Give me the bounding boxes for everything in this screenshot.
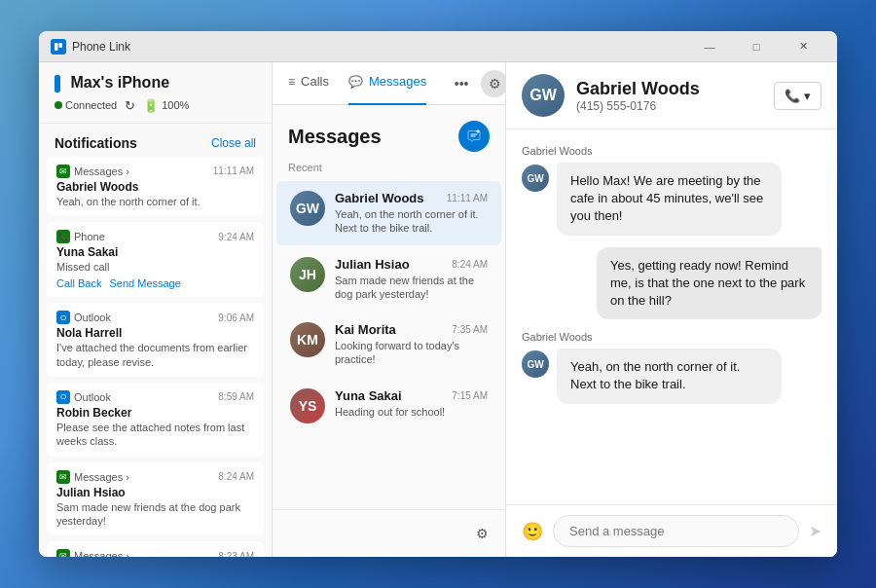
- message-group-received-2: Gabriel Woods GW Yeah, on the north corn…: [522, 331, 821, 403]
- window-controls: — □ ✕: [687, 33, 825, 60]
- sync-icon: ↻: [125, 98, 135, 113]
- conv-preview: Heading out for school!: [335, 405, 488, 419]
- svg-rect-1: [59, 43, 63, 48]
- conversation-item-yuna[interactable]: YS Yuna Sakai 7:15 AM Heading out for sc…: [276, 379, 501, 433]
- chat-input-area: 🙂 ➤: [506, 504, 837, 557]
- close-button[interactable]: ✕: [781, 33, 825, 60]
- device-name: Max's iPhone: [55, 74, 256, 92]
- notif-time: 11:11 AM: [213, 165, 254, 176]
- tab-calls[interactable]: ≡ Calls: [288, 62, 329, 105]
- conversation-item-gabriel[interactable]: GW Gabriel Woods 11:11 AM Yeah, on the n…: [276, 181, 501, 245]
- notif-text: I've attached the documents from earlier…: [56, 341, 254, 369]
- notif-time: 8:24 AM: [218, 471, 254, 482]
- notif-sender: Julian Hsiao: [56, 486, 254, 499]
- notif-time: 9:24 AM: [218, 232, 254, 242]
- notification-item[interactable]: ✉ Messages › 8:23 AM Julian Hsiao Thanks…: [47, 541, 264, 557]
- message-bubble-sent: Yes, getting ready now! Remind me, is th…: [597, 247, 821, 320]
- notif-sender: Robin Becker: [56, 406, 254, 420]
- notif-app-name: Messages ›: [74, 550, 129, 557]
- main-content: Max's iPhone Connected ↻ 🔋 100% Notifica…: [39, 62, 837, 557]
- conv-preview: Yeah, on the north corner of it. Next to…: [335, 207, 488, 236]
- chat-messages: Gabriel Woods GW Hello Max! We are meeti…: [506, 129, 837, 504]
- notifications-list: ✉ Messages › 11:11 AM Gabriel Woods Yeah…: [39, 157, 272, 557]
- maximize-button[interactable]: □: [734, 33, 779, 60]
- messages-app-icon: ✉: [56, 470, 70, 484]
- messages-app-icon: ✉: [56, 165, 70, 178]
- conv-name: Gabriel Woods: [335, 191, 424, 205]
- message-row-received: GW Hello Max! We are meeting by the cafe…: [522, 163, 821, 236]
- chat-contact-info: Gabriel Woods (415) 555-0176: [576, 79, 762, 113]
- send-message-button[interactable]: Send Message: [109, 277, 180, 289]
- chat-actions: 📞 ▾: [774, 82, 821, 110]
- phone-icon: 📞: [785, 89, 800, 103]
- messages-app-icon: ✉: [56, 549, 70, 557]
- notif-sender: Gabriel Woods: [56, 180, 254, 194]
- svg-rect-0: [55, 43, 58, 51]
- middle-footer: ⚙: [273, 509, 505, 557]
- conv-info: Kai Morita 7:35 AM Looking forward to to…: [335, 322, 488, 367]
- conv-preview: Sam made new friends at the dog park yes…: [335, 274, 488, 302]
- conversation-list: GW Gabriel Woods 11:11 AM Yeah, on the n…: [273, 181, 505, 509]
- settings-icon-button[interactable]: ⚙: [466, 518, 497, 549]
- call-button[interactable]: 📞 ▾: [774, 82, 821, 110]
- conversation-item-julian[interactable]: JH Julian Hsiao 8:24 AM Sam made new fri…: [276, 247, 501, 312]
- conv-name: Julian Hsiao: [335, 257, 410, 272]
- connection-dot: [55, 101, 62, 109]
- notif-text: Please see the attached notes from last …: [56, 421, 254, 449]
- recent-label: Recent: [273, 158, 505, 181]
- conv-time: 11:11 AM: [447, 193, 488, 203]
- notification-item[interactable]: 📞 Phone 9:24 AM Yuna Sakai Missed call C…: [47, 222, 264, 297]
- conv-info: Yuna Sakai 7:15 AM Heading out for schoo…: [335, 388, 488, 419]
- app-icon: [51, 39, 66, 55]
- tab-messages[interactable]: 💬 Messages: [348, 62, 426, 105]
- notif-actions: Call Back Send Message: [56, 277, 254, 289]
- conv-name: Kai Morita: [335, 322, 396, 337]
- message-bubble-received: Hello Max! We are meeting by the cafe in…: [557, 163, 782, 236]
- clear-all-button[interactable]: Close all: [211, 136, 256, 150]
- notif-app-name: Messages ›: [74, 165, 129, 177]
- send-button[interactable]: ➤: [809, 522, 821, 540]
- avatar-kai: KM: [290, 322, 325, 357]
- messages-tab-icon: 💬: [348, 75, 363, 89]
- conv-preview: Looking forward to today's practice!: [335, 339, 488, 367]
- chat-contact-avatar: GW: [522, 74, 565, 117]
- notif-sender: Yuna Sakai: [56, 245, 254, 259]
- app-window: Phone Link — □ ✕ Max's iPhone Connected: [39, 31, 837, 557]
- message-input[interactable]: [553, 515, 799, 547]
- connection-status: Connected: [55, 99, 117, 111]
- battery-status: 🔋 100%: [143, 98, 189, 113]
- new-message-button[interactable]: [458, 121, 490, 152]
- avatar-julian: JH: [290, 257, 325, 292]
- notification-item[interactable]: O Outlook 9:06 AM Nola Harrell I've atta…: [47, 303, 264, 377]
- message-sender-name: Gabriel Woods: [522, 331, 821, 343]
- notif-text: Yeah, on the north corner of it.: [56, 195, 254, 208]
- middle-panel: ≡ Calls 💬 Messages ••• ⚙ Messages: [273, 62, 506, 557]
- message-group-sent-1: Yes, getting ready now! Remind me, is th…: [522, 247, 821, 320]
- minimize-button[interactable]: —: [687, 33, 732, 60]
- message-row-sent: Yes, getting ready now! Remind me, is th…: [522, 247, 821, 320]
- message-group-received-1: Gabriel Woods GW Hello Max! We are meeti…: [522, 145, 821, 236]
- outlook-app-icon: O: [56, 311, 70, 324]
- chat-contact-name: Gabriel Woods: [576, 79, 762, 99]
- notif-time: 8:23 AM: [218, 551, 254, 557]
- messages-panel-header: Messages: [273, 105, 505, 158]
- avatar-yuna: YS: [290, 388, 325, 423]
- phone-app-icon: 📞: [56, 230, 70, 243]
- settings-button[interactable]: ⚙: [481, 70, 506, 97]
- more-options-button[interactable]: •••: [446, 68, 477, 99]
- call-dropdown-icon: ▾: [804, 89, 811, 103]
- conversation-item-kai[interactable]: KM Kai Morita 7:35 AM Looking forward to…: [276, 312, 501, 377]
- tab-bar: ≡ Calls 💬 Messages ••• ⚙: [273, 62, 505, 105]
- notification-item[interactable]: ✉ Messages › 11:11 AM Gabriel Woods Yeah…: [47, 157, 264, 216]
- notification-item[interactable]: O Outlook 8:59 AM Robin Becker Please se…: [47, 383, 264, 457]
- outlook-app-icon: O: [56, 390, 70, 404]
- sidebar: Max's iPhone Connected ↻ 🔋 100% Notifica…: [39, 62, 273, 557]
- emoji-button[interactable]: 🙂: [522, 521, 543, 542]
- call-back-button[interactable]: Call Back: [56, 277, 101, 289]
- message-bubble-received: Yeah, on the north corner of it. Next to…: [557, 349, 782, 403]
- notif-app-name: Outlook: [74, 312, 111, 323]
- notif-app-name: Messages ›: [74, 471, 129, 483]
- notif-time: 8:59 AM: [218, 391, 254, 402]
- notification-item[interactable]: ✉ Messages › 8:24 AM Julian Hsiao Sam ma…: [47, 462, 264, 536]
- chat-contact-phone: (415) 555-0176: [576, 99, 762, 113]
